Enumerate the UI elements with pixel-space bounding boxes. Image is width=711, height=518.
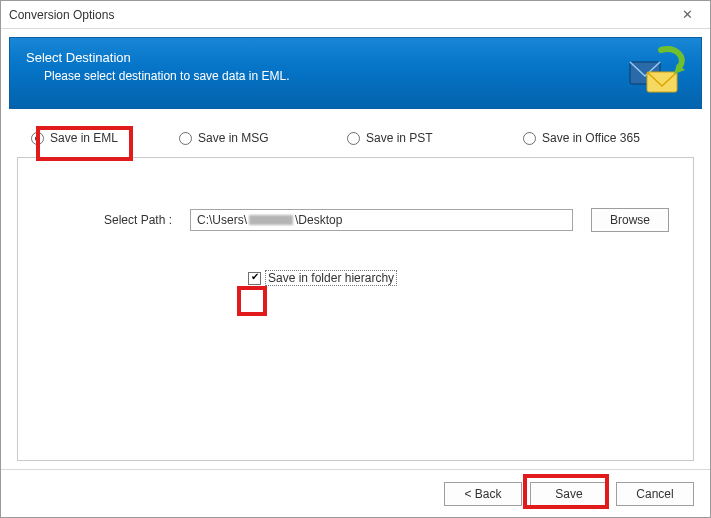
close-button[interactable]: ✕ xyxy=(672,1,702,28)
save-button[interactable]: Save xyxy=(530,482,608,506)
radio-icon xyxy=(31,132,44,145)
mail-conversion-icon xyxy=(627,44,691,102)
path-value-prefix: C:\Users\ xyxy=(197,213,247,227)
radio-save-eml[interactable]: Save in EML xyxy=(31,131,179,145)
window-title: Conversion Options xyxy=(9,8,672,22)
browse-button[interactable]: Browse xyxy=(591,208,669,232)
radio-label: Save in PST xyxy=(366,131,433,145)
back-label: < Back xyxy=(464,487,501,501)
header-banner: Select Destination Please select destina… xyxy=(9,37,702,109)
hierarchy-label: Save in folder hierarchy xyxy=(265,270,397,286)
cancel-button[interactable]: Cancel xyxy=(616,482,694,506)
hierarchy-checkbox[interactable] xyxy=(248,272,261,285)
radio-label: Save in EML xyxy=(50,131,118,145)
radio-label: Save in Office 365 xyxy=(542,131,640,145)
radio-save-msg[interactable]: Save in MSG xyxy=(179,131,347,145)
path-input[interactable]: C:\Users\\Desktop xyxy=(190,209,573,231)
conversion-options-dialog: Conversion Options ✕ Select Destination … xyxy=(0,0,711,518)
radio-icon xyxy=(523,132,536,145)
path-row: Select Path : C:\Users\\Desktop Browse xyxy=(42,208,669,232)
path-value-suffix: \Desktop xyxy=(295,213,342,227)
radio-save-pst[interactable]: Save in PST xyxy=(347,131,523,145)
back-button[interactable]: < Back xyxy=(444,482,522,506)
format-options-row: Save in EML Save in MSG Save in PST Save… xyxy=(1,109,710,157)
close-icon: ✕ xyxy=(682,7,693,22)
path-label: Select Path : xyxy=(42,213,172,227)
radio-icon xyxy=(179,132,192,145)
cancel-label: Cancel xyxy=(636,487,673,501)
browse-label: Browse xyxy=(610,213,650,227)
radio-icon xyxy=(347,132,360,145)
radio-label: Save in MSG xyxy=(198,131,269,145)
radio-save-office365[interactable]: Save in Office 365 xyxy=(523,131,640,145)
footer: < Back Save Cancel xyxy=(1,469,710,517)
destination-panel: Select Path : C:\Users\\Desktop Browse S… xyxy=(17,157,694,461)
path-value-redacted xyxy=(249,215,293,225)
save-label: Save xyxy=(555,487,582,501)
header-subtitle: Please select destination to save data i… xyxy=(44,69,685,83)
titlebar: Conversion Options ✕ xyxy=(1,1,710,29)
hierarchy-row: Save in folder hierarchy xyxy=(248,270,669,286)
header-title: Select Destination xyxy=(26,50,685,65)
svg-rect-1 xyxy=(647,72,677,92)
